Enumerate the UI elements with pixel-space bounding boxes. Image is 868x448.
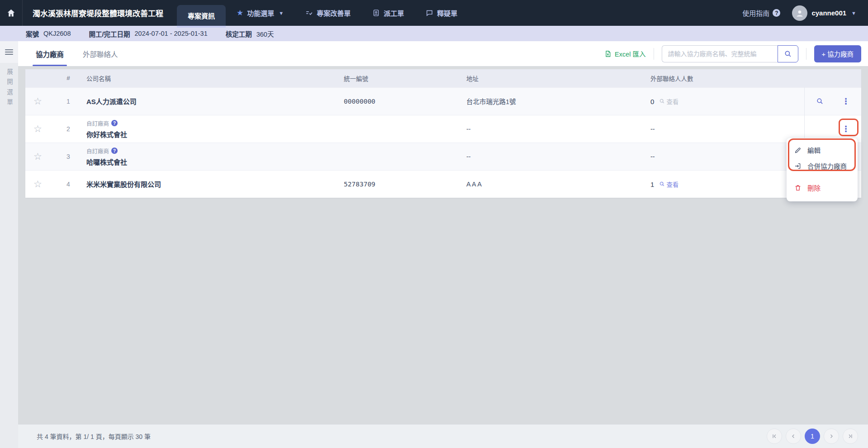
table-row: ☆ 3 自訂廠商 ? 哈囉株式會社 -- [25,143,861,170]
nav-tab-improvement-form[interactable]: 專案改善單 [294,0,361,26]
vendor-table: # 公司名稱 統一編號 地址 外部聯絡人人數 ☆ [25,69,861,198]
divider [654,48,654,60]
search-icon [784,50,792,58]
project-title: 濁水溪張林厝寮堤段整體環境改善工程 [23,0,177,26]
next-page-button[interactable] [824,429,839,444]
row-search-button[interactable] [806,94,833,109]
divider [806,48,806,60]
app-window: 濁水溪張林厝寮堤段整體環境改善工程 專案資訊 ★ 功能選單 ▼ 專案改善單 派工 [0,0,868,448]
content-area: # 公司名稱 統一編號 地址 外部聯絡人人數 ☆ [18,66,868,424]
uniform-no: 00000000 [344,87,466,115]
home-button[interactable] [0,0,23,26]
add-vendor-button[interactable]: + 協力廠商 [814,45,862,62]
kebab-icon: ⋮ [842,125,850,133]
address: -- [466,115,650,143]
address: -- [466,143,650,170]
table-row: ☆ 1 AS人力派遣公司 00000000 台北市瑞光路1號 0 查看 [25,87,861,115]
chevron-left-icon [790,433,797,439]
first-page-button[interactable] [767,429,782,444]
menu-item-merge-vendor[interactable]: 合併協力廠商 [787,158,858,174]
hamburger-icon [5,48,13,56]
favorite-star-icon[interactable]: ☆ [33,96,42,106]
favorite-star-icon[interactable]: ☆ [33,124,42,134]
vendor-searchbox [662,45,798,62]
chevron-right-icon [828,433,835,439]
custom-vendor-tag: 自訂廠商 ? [86,119,344,128]
project-field-duration: 核定工期 360天 [226,29,274,38]
contact-count-cell: -- [650,115,804,143]
company-name: 米米米實業股份有限公司 [86,170,344,198]
row-more-button[interactable]: ⋮ [833,94,859,109]
tab-external-contacts[interactable]: 外部聯絡人 [73,41,128,66]
record-summary: 共 4 筆資料，第 1/ 1 頁，每頁顯示 30 筆 [37,432,151,441]
search-icon [659,181,665,187]
toolbar: 協力廠商 外部聯絡人 Excel 匯入 + 協力廠商 [18,41,868,66]
header-uniform-no: 統一編號 [344,69,466,87]
table-row: ☆ 2 自訂廠商 ? 你好株式會社 -- [25,115,861,143]
last-page-button[interactable] [843,429,858,444]
custom-vendor-tag: 自訂廠商 ? [86,147,344,155]
row-context-menu: 編輯 合併協力廠商 刪除 [787,138,858,201]
collapsed-sidebar: 展開選單 [0,41,18,448]
row-more-button-highlighted[interactable]: ⋮ [833,121,859,137]
search-icon [659,98,665,104]
table-header-row: # 公司名稱 統一編號 地址 外部聯絡人人數 [25,69,861,87]
pencil-icon [794,147,802,154]
chevron-down-icon: ▼ [279,10,284,16]
project-field-case-no: 案號 QKJ2608 [26,29,71,38]
company-name: 自訂廠商 ? 哈囉株式會社 [86,143,344,170]
star-icon: ★ [237,9,243,17]
view-contacts-link[interactable]: 查看 [659,180,678,189]
nav-tab-clarification-form[interactable]: 釋疑單 [415,0,468,26]
help-question-icon: ? [773,9,780,17]
tab-vendors[interactable]: 協力廠商 [26,41,73,66]
search-input[interactable] [662,45,778,62]
header-actions [804,69,861,87]
trash-icon [794,184,802,191]
table-row: ☆ 4 米米米實業股份有限公司 52783709 A A A 1 查看 [25,170,861,198]
avatar [792,5,807,21]
current-page-button[interactable]: 1 [805,429,820,444]
nav-menu: 專案資訊 ★ 功能選單 ▼ 專案改善單 派工單 [177,0,468,26]
address: 台北市瑞光路1號 [466,87,650,115]
question-badge-icon[interactable]: ? [111,148,118,154]
content-tabs: 協力廠商 外部聯絡人 [26,41,128,66]
nav-tab-dispatch-form[interactable]: 派工單 [361,0,415,26]
kebab-icon: ⋮ [842,97,850,105]
view-contacts-link[interactable]: 查看 [659,97,678,106]
chat-icon [426,9,433,17]
user-guide-link[interactable]: 使用指南 ? [742,8,780,18]
company-name: AS人力派遣公司 [86,87,344,115]
prev-page-button[interactable] [786,429,801,444]
nav-tab-function-menu[interactable]: ★ 功能選單 ▼ [226,0,294,26]
user-menu[interactable]: cyanne001 ▼ [792,5,856,21]
sidebar-expand-label[interactable]: 展開選單 [5,68,14,109]
menu-item-edit[interactable]: 編輯 [787,142,858,158]
search-button[interactable] [778,45,798,62]
question-badge-icon[interactable]: ? [111,120,118,126]
uniform-no: 52783709 [344,170,466,198]
sidebar-expand-button[interactable] [0,41,18,63]
navbar-right: 使用指南 ? cyanne001 ▼ [742,0,868,26]
nav-tab-project-info[interactable]: 專案資訊 [177,5,226,26]
header-contact-count: 外部聯絡人人數 [650,69,804,87]
pagination-footer: 共 4 筆資料，第 1/ 1 頁，每頁顯示 30 筆 1 [18,424,868,448]
menu-item-delete[interactable]: 刪除 [787,180,858,195]
search-icon [816,97,824,105]
merge-arrow-icon [794,162,802,170]
project-info-bar: 案號 QKJ2608 開工/完工日期 2024-07-01 - 2025-01-… [0,26,868,41]
contact-count-cell: 1 查看 [650,170,804,198]
username: cyanne001 [811,9,846,17]
uniform-no [344,143,466,170]
header-address: 地址 [466,69,650,87]
chevron-down-icon: ▼ [851,10,856,16]
first-page-icon [771,433,778,439]
company-name: 自訂廠商 ? 你好株式會社 [86,115,344,143]
favorite-star-icon[interactable]: ☆ [33,179,42,189]
list-check-icon [305,9,313,17]
favorite-star-icon[interactable]: ☆ [33,151,42,162]
uniform-no [344,115,466,143]
excel-import-button[interactable]: Excel 匯入 [604,49,646,58]
top-navbar: 濁水溪張林厝寮堤段整體環境改善工程 專案資訊 ★ 功能選單 ▼ 專案改善單 派工 [0,0,868,26]
header-index: # [50,69,86,87]
